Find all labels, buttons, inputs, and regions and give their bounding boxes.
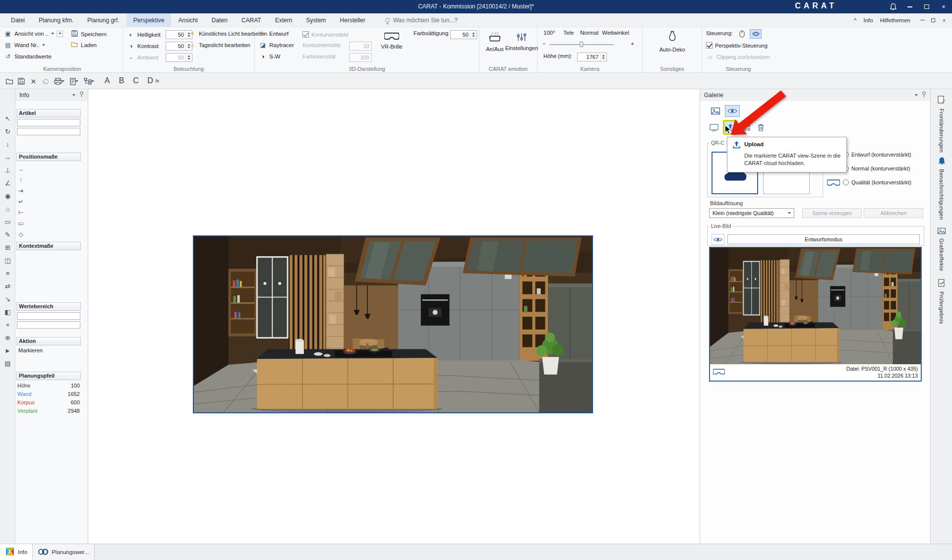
vr-brille-button[interactable]: VR-Brille	[380, 32, 404, 50]
tell-me-search[interactable]: Was möchten Sie tun...?	[385, 13, 458, 27]
arrow-right-icon[interactable]: →	[16, 164, 25, 174]
entwurfsmodus-field[interactable]: Entwurfsmodus	[727, 234, 920, 244]
gallery-scenes-button[interactable]	[725, 105, 740, 117]
collapse-ribbon-caret-icon[interactable]: ^	[854, 17, 856, 23]
speichern-button[interactable]: Speichern	[70, 30, 107, 38]
perspective-render-image[interactable]	[193, 235, 593, 413]
auto-deko-button[interactable]: Auto-Deko	[658, 31, 686, 53]
menu-tab[interactable]: System	[299, 13, 333, 27]
perspektiv-steuerung-checkbox[interactable]: Perspektiv-Steuerung	[706, 42, 768, 49]
notifications-bell-icon[interactable]	[885, 0, 901, 13]
emotion-einstellungen-button[interactable]: Einstellungen	[507, 32, 536, 51]
doc-close-button[interactable]: ×	[939, 15, 949, 25]
tile-view-button[interactable]	[741, 122, 753, 133]
pin-icon[interactable]	[79, 91, 84, 99]
weitwinkel-button[interactable]: Weitwinkel	[602, 30, 629, 36]
entwurf-button[interactable]: ✎ Entwurf	[259, 30, 289, 37]
print-dropdown-icon[interactable]	[61, 80, 64, 82]
doc-restore-button[interactable]	[928, 15, 938, 25]
abbrechen-button[interactable]: Abbrechen	[864, 208, 923, 218]
sw-button[interactable]: ◑ S-W	[259, 53, 280, 60]
play-icon[interactable]: ►	[0, 344, 15, 357]
raytracer-button[interactable]: ◪ Raytracer	[259, 42, 294, 49]
scene-thumbnail[interactable]: Datei: PSV001_R (1000 x 435) 11.02.2026 …	[709, 247, 922, 382]
close-view-icon[interactable]	[28, 76, 39, 87]
table-icon[interactable]: ▤	[0, 357, 15, 370]
help-link[interactable]: Hilfethemen	[880, 17, 910, 23]
menu-tab[interactable]: Ansicht	[171, 13, 204, 27]
gallery-images-button[interactable]	[708, 105, 723, 117]
menu-tab[interactable]: Extern	[268, 13, 299, 27]
szene-erzeugen-button[interactable]: Szene erzeugen	[802, 208, 862, 218]
arrow-up-icon[interactable]: ↑	[16, 174, 25, 185]
delete-icon[interactable]: ×	[0, 318, 15, 331]
pin-icon[interactable]	[922, 91, 926, 99]
zoom-out-label[interactable]: −	[542, 41, 546, 47]
menu-tab[interactable]: CARAT	[235, 13, 268, 27]
bottom-tab-planungswerkstatt[interactable]: Planungswer...	[33, 544, 94, 560]
angle-icon[interactable]: ∠	[0, 176, 15, 189]
option-qualitaet[interactable]: Qualität (konturverstärkt)	[843, 179, 911, 185]
return-icon[interactable]: ↵	[16, 196, 25, 207]
menu-tab[interactable]: Perspektive	[126, 13, 172, 27]
upload-button[interactable]	[723, 120, 738, 135]
menu-tab[interactable]: Datei	[4, 13, 32, 27]
pruefergebnis-tab[interactable]: Prüfergebnis	[931, 279, 952, 324]
wertebereich-input[interactable]	[17, 312, 80, 320]
target-icon[interactable]: ◉	[0, 189, 15, 202]
menu-tab[interactable]: Planung kfm.	[32, 13, 80, 27]
room-icon[interactable]: ⌂	[0, 202, 15, 215]
move-horizontal-icon[interactable]: ↔	[0, 151, 15, 164]
diamond-icon[interactable]: ◇	[16, 229, 25, 240]
minimize-button[interactable]	[901, 0, 918, 13]
diagonal-icon[interactable]: ↘	[0, 292, 15, 305]
standardwerte-button[interactable]: ↺ Standardwerte	[4, 53, 52, 60]
perpendicular-icon[interactable]: ⊥	[0, 164, 15, 176]
half-fill-icon[interactable]: ◧	[0, 305, 15, 318]
option-entwurf[interactable]: Entwurf (konturverstärkt)	[843, 152, 911, 158]
normal-button[interactable]: Normal	[580, 30, 598, 36]
pencil-icon[interactable]: ✎	[0, 228, 15, 241]
close-button[interactable]: ×	[935, 0, 952, 13]
tree-dropdown-icon[interactable]	[91, 80, 94, 82]
dimension-icon[interactable]: ⊢	[16, 207, 25, 218]
hoehe-spinner[interactable]: 1767	[577, 53, 607, 61]
menu-tab[interactable]: Hersteller	[333, 13, 372, 27]
select-icon[interactable]: ↖	[0, 112, 15, 125]
benachrichtigungen-tab[interactable]: Benachrichtigungen	[931, 157, 952, 220]
live-bild-eye-button[interactable]	[712, 234, 724, 245]
new-scene-button[interactable]	[707, 121, 721, 134]
chevron-down-icon[interactable]	[915, 94, 918, 96]
swap-icon[interactable]: ⇄	[0, 280, 15, 292]
view-button[interactable]: B	[117, 74, 126, 87]
frontaenderungen-tab[interactable]: Frontänderungen	[931, 96, 952, 153]
focal-length-slider[interactable]	[549, 41, 614, 48]
maximize-button[interactable]	[918, 0, 935, 13]
open-folder-icon[interactable]	[4, 76, 15, 87]
chevron-down-icon[interactable]	[72, 94, 75, 96]
box-icon[interactable]: ▭	[16, 218, 25, 229]
radio-icon[interactable]	[843, 179, 849, 185]
menu-tab[interactable]: Planung grf.	[80, 13, 126, 27]
option-normal[interactable]: Normal (konturverstärkt)	[843, 166, 910, 171]
planning-canvas[interactable]	[88, 89, 700, 544]
artikel-input[interactable]	[17, 119, 80, 126]
menu-tab[interactable]: Daten	[205, 13, 235, 27]
grid-icon[interactable]: ⊞	[0, 241, 15, 254]
flag-icon[interactable]: ⚑	[152, 76, 163, 87]
add-icon[interactable]: ⊕	[0, 331, 15, 344]
list-icon[interactable]: ≡	[0, 267, 15, 280]
tageslicht-button[interactable]: ☼ Tageslicht bearbeiten	[188, 42, 250, 49]
emotion-an-aus-button[interactable]: An/Aus	[483, 31, 506, 52]
rectangle-icon[interactable]: ▭	[0, 215, 15, 228]
bildaufloesung-dropdown[interactable]: Klein (niedrigste Qualität)	[709, 208, 794, 218]
ansicht-von-button[interactable]: ▣ Ansicht von ..	[4, 30, 63, 37]
tele-button[interactable]: Tele	[563, 30, 574, 36]
info-link[interactable]: Info	[863, 17, 873, 23]
delete-scene-button[interactable]	[755, 122, 767, 133]
view-button[interactable]: C	[131, 74, 141, 87]
zoom-in-label[interactable]: +	[631, 41, 634, 47]
artikel-input-2[interactable]	[17, 128, 80, 135]
farbsaettigung-spinner[interactable]: 50	[450, 30, 477, 39]
orbit-control-button[interactable]	[750, 29, 762, 39]
